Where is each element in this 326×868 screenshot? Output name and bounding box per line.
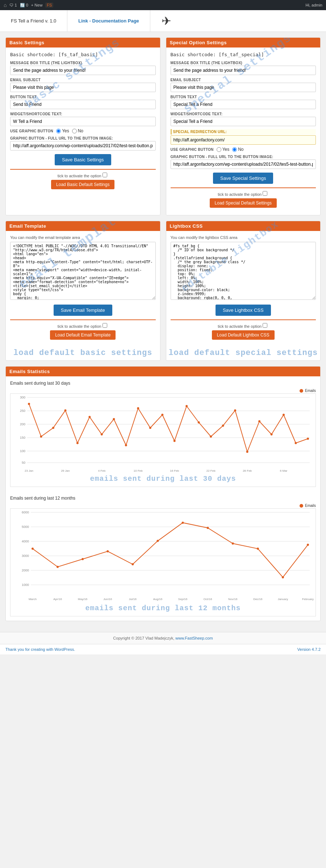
chart-12-legend-label: Emails	[305, 504, 316, 508]
svg-point-27	[210, 435, 212, 438]
special-graphic-url-label: GRAPHIC BUTTON - FULL URL TO THE BUTTON …	[171, 155, 316, 159]
email-template-tick-checkbox[interactable]	[103, 323, 107, 328]
basic-widget-text-input[interactable]	[10, 117, 156, 126]
basic-graphic-no-label[interactable]: No	[72, 128, 83, 133]
footer-copyright: Copyright © 2017 Vlad Madejczyk,	[113, 636, 174, 640]
svg-point-15	[64, 409, 66, 412]
footer-version: Version 4.7.2	[297, 647, 321, 652]
basic-tick-checkbox[interactable]	[103, 173, 107, 177]
special-save-button[interactable]: Save Special Settings	[213, 173, 273, 184]
chart-30-legend-dot	[300, 389, 303, 393]
special-load-default-button[interactable]: Load Special Default Settings	[210, 198, 277, 208]
special-email-subject-input[interactable]	[171, 83, 316, 92]
lightbox-css-tick-checkbox[interactable]	[263, 323, 267, 328]
svg-text:6 Mar: 6 Mar	[280, 469, 288, 472]
svg-point-13	[40, 435, 42, 438]
svg-text:January: January	[278, 598, 288, 601]
special-redirect-label: SPECIAL REDIRECTION URL:	[171, 129, 316, 135]
basic-shortcode: Basic shortcode: [fs_taf_basic]	[10, 52, 156, 57]
basic-settings-header: Basic Settings	[6, 38, 160, 47]
svg-text:6000: 6000	[22, 511, 29, 514]
basic-graphic-url-input[interactable]	[10, 141, 156, 150]
svg-point-14	[52, 427, 54, 429]
svg-point-57	[57, 566, 59, 568]
nav-tab-documentation[interactable]: Link - Documentation Page	[67, 10, 150, 32]
chart-30-container: 300 250 200 150 100 50 23 Jan29 Jan4 Feb…	[10, 393, 316, 487]
special-widget-text-label: WIDGET/SHORTCODE TEXT:	[171, 112, 316, 116]
email-template-load-default-button[interactable]: Load Default Email Template	[50, 330, 116, 340]
plane-nav-icon: ✈	[150, 14, 183, 28]
basic-email-subject-input[interactable]	[10, 83, 156, 92]
basic-load-default-button[interactable]: Load Basic Default Settings	[51, 180, 114, 189]
chart-30-title: Emails sent during last 30 days	[10, 381, 316, 386]
special-widget-text-input[interactable]	[171, 117, 316, 126]
basic-graphic-yes-radio[interactable]	[56, 129, 61, 133]
special-msg-box-input[interactable]	[171, 66, 316, 75]
special-shortcode: Basic shortcode: [fs_taf_special]	[171, 52, 316, 57]
svg-text:1000: 1000	[22, 583, 29, 587]
special-button-text-input[interactable]	[171, 100, 316, 109]
svg-text:29 Jan: 29 Jan	[61, 469, 70, 472]
svg-point-31	[258, 420, 260, 422]
plane-icon: ✈	[158, 14, 176, 28]
svg-point-22	[149, 427, 151, 429]
svg-point-66	[282, 576, 284, 578]
chart-30-annotation: emails sent during last 30 days	[11, 475, 315, 487]
svg-point-16	[76, 442, 79, 444]
lightbox-css-divider	[171, 319, 316, 320]
email-template-header: Email Template	[6, 221, 160, 231]
special-redirect-input[interactable]	[171, 135, 316, 145]
svg-text:200: 200	[20, 422, 25, 426]
basic-graphic-url-label: GRAPHIC BUTTON - FULL URL TO THE BUTTON …	[10, 136, 156, 140]
special-tick-checkbox[interactable]	[263, 191, 267, 196]
special-divider	[171, 187, 316, 188]
lightbox-css-textarea[interactable]: #fs_taf_bg { /* ID of box background */ …	[171, 242, 316, 300]
special-settings-body: special settings Basic shortcode: [fs_ta…	[166, 47, 321, 215]
footer-link[interactable]: www.FastSheep.com	[175, 636, 213, 640]
lightbox-css-card: Lightbox CSS editable lightbox CSS You c…	[166, 221, 321, 361]
svg-point-62	[182, 522, 184, 524]
svg-text:3000: 3000	[22, 554, 29, 558]
svg-point-24	[174, 440, 176, 442]
basic-button-text-input[interactable]	[10, 100, 156, 109]
chart-30-legend-label: Emails	[305, 389, 316, 393]
email-template-divider	[10, 319, 156, 320]
email-template-card: Email Template email template You can mo…	[5, 221, 160, 361]
comment-count[interactable]: 🗨 1	[9, 3, 17, 7]
svg-text:4000: 4000	[22, 540, 29, 543]
basic-save-button[interactable]: Save Basic Settings	[55, 154, 111, 165]
basic-msg-box-input[interactable]	[10, 66, 156, 75]
lightbox-css-save-button[interactable]: Save Lightbox CSS	[216, 305, 271, 316]
wp-icon[interactable]: ⌂	[4, 2, 7, 8]
new-button[interactable]: + New	[31, 3, 43, 7]
special-graphic-yes-radio[interactable]	[217, 147, 221, 152]
basic-button-text-label: BUTTON TEXT	[10, 95, 156, 99]
special-graphic-no-label[interactable]: No	[232, 147, 243, 152]
svg-point-20	[125, 444, 127, 446]
basic-tick-area: tick to activate the option	[10, 173, 156, 178]
svg-text:4 Feb: 4 Feb	[98, 469, 106, 472]
basic-widget-text-label: WIDGET/SHORTCODE TEXT:	[10, 112, 156, 116]
svg-text:Aug/16: Aug/16	[153, 598, 163, 601]
special-graphic-yes-label[interactable]: Yes	[217, 147, 230, 152]
svg-text:28 Feb: 28 Feb	[243, 469, 252, 472]
top-bar-left: ⌂ 🗨 1 🔄 0 + New FS	[4, 2, 53, 8]
special-tick-area: tick to activate the option	[171, 191, 316, 197]
emails-statistics-header: Emails Statistics	[6, 367, 320, 376]
lightbox-css-load-default-button[interactable]: Load Default Lightbox CSS	[212, 330, 275, 340]
footer-wordpress-link[interactable]: WordPress.	[54, 647, 75, 652]
svg-text:150: 150	[20, 436, 25, 439]
email-template-textarea[interactable]: <!DOCTYPE html PUBLIC "-//W3C//DTD HTML …	[10, 242, 156, 300]
updates-count[interactable]: 🔄 0	[20, 3, 28, 8]
special-graphic-no-radio[interactable]	[232, 147, 237, 152]
basic-graphic-yes-label[interactable]: Yes	[56, 128, 69, 133]
basic-graphic-no-radio[interactable]	[72, 129, 77, 133]
chart-12-title: Emails sent during last 12 months	[10, 496, 316, 501]
svg-point-25	[185, 405, 188, 407]
basic-use-graphic-group: USE GRAPHIC BUTTON Yes No	[10, 128, 156, 133]
svg-text:10 Feb: 10 Feb	[134, 469, 143, 472]
basic-settings-card: Basic Settings basic settings Basic shor…	[5, 37, 160, 215]
nav-tab-fstellafriend[interactable]: FS Tell a Friend v. 1.0	[0, 10, 67, 32]
special-graphic-url-input[interactable]	[171, 160, 316, 169]
email-template-save-button[interactable]: Save Email Template	[54, 305, 112, 316]
